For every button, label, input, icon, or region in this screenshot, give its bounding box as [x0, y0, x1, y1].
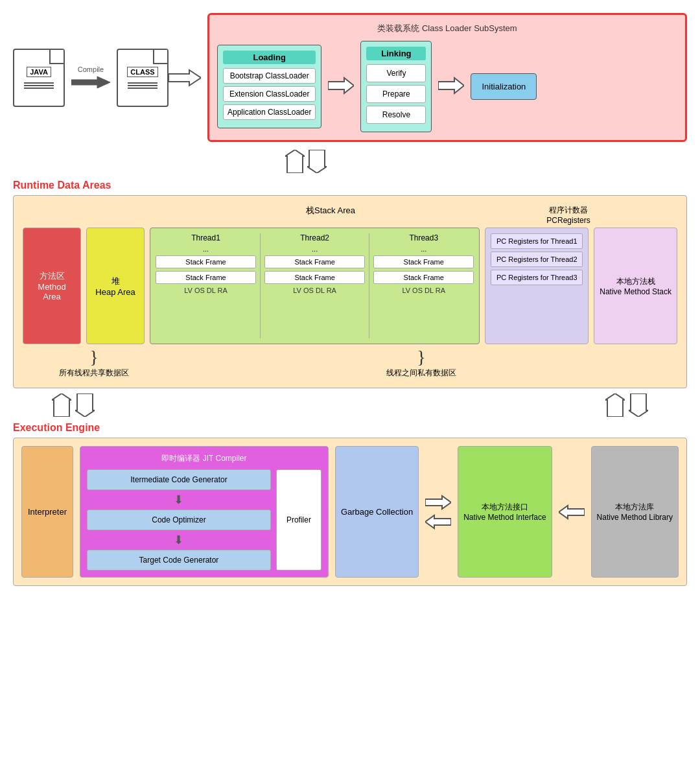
shared-brace-col: } 所有线程共享数据区: [23, 347, 165, 379]
svg-marker-5: [307, 150, 327, 173]
thread3-col: Thread3 ... Stack Frame Stack Frame LV O…: [373, 233, 474, 338]
thread1-name: Thread1: [156, 233, 256, 242]
jit-step-1: Itermediate Code Generator: [87, 469, 271, 490]
down-arrow-left: [75, 393, 95, 417]
heap-area-en: Heap Area: [95, 287, 135, 297]
runtime-section: Runtime Data Areas 栈Stack Area 程序计数器 PCR…: [13, 180, 687, 388]
loading-to-linking-arrow: [328, 76, 354, 97]
native-library-cn: 本地方法库: [615, 502, 654, 513]
svg-marker-2: [328, 78, 354, 93]
stack-area-label: 栈Stack Area: [150, 205, 511, 225]
method-area-cn: 方法区: [40, 270, 65, 282]
pc-inner: PC Registers for Thread1 PC Registers fo…: [485, 228, 589, 344]
method-area-box: 方法区 Method Area: [23, 228, 81, 344]
jit-compiler-box: 即时编译器 JIT Compiler Itermediate Code Gene…: [80, 446, 329, 578]
native-method-stack-cn: 本地方法栈: [616, 276, 655, 287]
jit-inner: Itermediate Code Generator ⬇ Code Optimi…: [87, 469, 321, 570]
right-arrows: [605, 393, 648, 417]
svg-marker-0: [71, 76, 110, 88]
thread2-col: Thread2 ... Stack Frame Stack Frame LV O…: [264, 233, 365, 338]
thread1-frame2: Stack Frame: [156, 271, 256, 284]
svg-marker-8: [605, 393, 625, 417]
svg-marker-6: [52, 393, 71, 417]
java-file-icon: JAVA: [13, 49, 65, 107]
application-classloader: Application ClassLoader: [223, 104, 316, 120]
pc-thread3: PC Registers for Thread3: [491, 270, 583, 285]
loading-box: Loading Bootstrap ClassLoader Extension …: [217, 45, 321, 128]
divider2: [369, 233, 369, 338]
jit-step-3: Target Code Generator: [87, 550, 271, 570]
runtime-to-execution-arrows: [13, 391, 687, 419]
linking-box: Linking Verify Prepare Resolve: [360, 41, 432, 132]
down-arrow-right: [629, 393, 648, 417]
shared-brace: }: [23, 347, 165, 368]
jit-step-2: Code Optimizer: [87, 510, 271, 530]
verify-item: Verify: [366, 64, 426, 82]
thread2-frame2: Stack Frame: [264, 271, 365, 284]
linking-to-init-arrow: [438, 76, 464, 97]
arrow-left-1: [425, 514, 451, 530]
runtime-top-labels: 栈Stack Area 程序计数器 PCRegisters: [23, 205, 677, 225]
runtime-box: 栈Stack Area 程序计数器 PCRegisters 方法区 Method…: [13, 195, 687, 388]
loading-title: Loading: [223, 51, 316, 64]
thread3-frame1: Stack Frame: [373, 255, 474, 268]
pc-registers-label-container: 程序计数器 PCRegisters: [517, 205, 620, 225]
arrow-right-1: [425, 495, 451, 510]
execution-box: Interpreter 即时编译器 JIT Compiler Itermedia…: [13, 438, 687, 586]
heap-area-cn: 堆: [111, 276, 120, 287]
svg-marker-3: [438, 78, 464, 93]
left-arrows: [52, 393, 95, 417]
runtime-inner: 方法区 Method Area 堆 Heap Area Thread1 ... …: [23, 228, 677, 344]
class-label: CLASS: [127, 67, 158, 77]
native-interface-cn: 本地方法接口: [482, 502, 528, 513]
pc-registers-container: PC Registers for Thread1 PC Registers fo…: [485, 228, 589, 344]
pc-thread1: PC Registers for Thread1: [491, 233, 583, 249]
up-arrow-right: [605, 393, 625, 417]
native-interface-en: Native Method Interface: [463, 513, 546, 522]
thread1-lv: LV OS DL RA: [156, 287, 256, 294]
pc-thread2: PC Registers for Thread2: [491, 252, 583, 267]
runtime-title: Runtime Data Areas: [13, 180, 687, 191]
thread2-name: Thread2: [264, 233, 365, 242]
thread1-frame1: Stack Frame: [156, 255, 256, 268]
interpreter-box: Interpreter: [21, 446, 73, 578]
pc-en-label: PCRegisters: [517, 216, 620, 225]
arrow-left-2: [559, 504, 585, 520]
native-lib-arrow: [559, 446, 585, 578]
to-classloader-arrow: [169, 68, 201, 88]
classloader-title: 类装载系统 Class Loader SubSystem: [217, 23, 677, 34]
method-area-en: Method Area: [29, 282, 75, 301]
thread3-frame2: Stack Frame: [373, 271, 474, 284]
resolve-item: Resolve: [366, 106, 426, 124]
classloader-to-runtime-arrows: [13, 148, 687, 174]
jit-pipeline: Itermediate Code Generator ⬇ Code Optimi…: [87, 469, 271, 570]
heap-area-box: 堆 Heap Area: [86, 228, 145, 344]
svg-marker-11: [425, 515, 451, 528]
threads-area: Thread1 ... Stack Frame Stack Frame LV O…: [150, 228, 480, 344]
profiler-box: Profiler: [276, 469, 321, 570]
native-interface-box: 本地方法接口 Native Method Interface: [458, 446, 552, 578]
execution-section: Execution Engine Interpreter 即时编译器 JIT C…: [13, 422, 687, 586]
svg-marker-4: [285, 150, 305, 173]
jit-arrow-2: ⬇: [174, 533, 183, 547]
svg-marker-12: [559, 506, 585, 519]
class-file-icon: CLASS: [117, 49, 169, 107]
execution-title: Execution Engine: [13, 422, 687, 434]
native-library-en: Native Method Library: [597, 513, 673, 522]
jit-arrow-1: ⬇: [174, 493, 183, 507]
linking-title: Linking: [366, 47, 426, 60]
shared-label: 所有线程共享数据区: [23, 368, 165, 379]
classloader-subsystem: 类装载系统 Class Loader SubSystem Loading Boo…: [207, 13, 687, 142]
private-brace-col: } 线程之间私有数据区: [165, 347, 677, 379]
thread2-frame1: Stack Frame: [264, 255, 365, 268]
private-label: 线程之间私有数据区: [165, 368, 677, 379]
brace-section: } 所有线程共享数据区 } 线程之间私有数据区: [23, 347, 677, 379]
pc-cn-label: 程序计数器: [517, 205, 620, 216]
svg-marker-10: [425, 496, 451, 509]
thread3-lv: LV OS DL RA: [373, 287, 474, 294]
java-label: JAVA: [27, 67, 51, 77]
svg-marker-7: [75, 393, 95, 417]
garbage-collection-box: Garbage Collection: [335, 446, 419, 578]
svg-marker-9: [629, 393, 648, 417]
prepare-item: Prepare: [366, 85, 426, 103]
